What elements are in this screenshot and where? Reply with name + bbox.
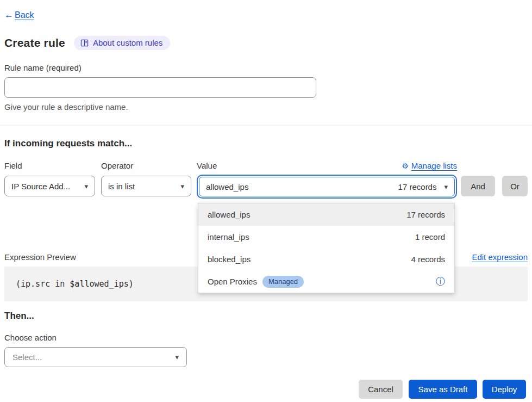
- cancel-button[interactable]: Cancel: [359, 380, 403, 399]
- list-item-allowed-ips[interactable]: allowed_ips 17 records: [198, 203, 454, 226]
- back-link[interactable]: Back: [15, 10, 34, 20]
- operator-column: Operator is in list ▾: [101, 161, 191, 196]
- then-heading: Then...: [4, 311, 528, 321]
- field-label: Field: [4, 161, 95, 170]
- list-item-blocked-ips[interactable]: blocked_ips 4 records: [198, 248, 454, 270]
- list-item-name: Open Proxies: [208, 277, 257, 286]
- list-item-name: internal_ips: [208, 232, 249, 242]
- manage-lists-label: Manage lists: [411, 161, 457, 170]
- back-row: ← Back: [4, 0, 528, 21]
- back-arrow-icon: ←: [4, 10, 14, 21]
- operator-select[interactable]: is in list ▾: [101, 176, 191, 196]
- chevron-down-icon: ▾: [175, 353, 179, 361]
- list-item-left: Open Proxies Managed: [208, 276, 304, 288]
- page-title: Create rule: [4, 36, 65, 50]
- deploy-button[interactable]: Deploy: [483, 380, 526, 399]
- list-item-name: blocked_ips: [208, 255, 251, 264]
- field-select-value: IP Source Add...: [11, 182, 80, 191]
- list-item-records: 4 records: [411, 255, 445, 264]
- value-column: Value ⚙ Manage lists allowed_ips 17 reco…: [197, 161, 457, 199]
- action-select[interactable]: Select... ▾: [4, 347, 187, 367]
- value-select[interactable]: allowed_ips 17 records ▾: [199, 177, 455, 196]
- value-label-row: Value ⚙ Manage lists: [197, 161, 457, 170]
- list-item-records: 1 record: [415, 232, 445, 242]
- and-button[interactable]: And: [461, 176, 495, 196]
- list-item-name: allowed_ips: [208, 210, 250, 219]
- create-rule-page: ← Back Create rule About custom rules Ru…: [0, 0, 532, 402]
- value-label: Value: [197, 161, 217, 170]
- field-column: Field IP Source Add... ▾: [4, 161, 95, 196]
- book-icon: [80, 39, 89, 47]
- value-select-wrap: allowed_ips 17 records ▾ allowed_ips 17 …: [197, 175, 457, 199]
- list-item-records: 17 records: [406, 210, 445, 219]
- chevron-down-icon: ▾: [180, 182, 184, 190]
- about-custom-rules-link[interactable]: About custom rules: [74, 36, 170, 50]
- section-divider: [0, 126, 532, 126]
- chevron-down-icon: ▾: [84, 182, 88, 190]
- value-select-records: 17 records: [398, 182, 437, 191]
- action-select-placeholder: Select...: [12, 352, 175, 362]
- operator-label: Operator: [101, 161, 191, 170]
- expression-preview-label: Expression Preview: [4, 252, 76, 262]
- value-select-value: allowed_ips: [206, 182, 398, 191]
- title-row: Create rule About custom rules: [4, 36, 528, 50]
- gear-icon: ⚙: [402, 162, 409, 170]
- operator-select-value: is in list: [108, 182, 176, 191]
- managed-badge: Managed: [262, 276, 304, 288]
- footer-actions: Cancel Save as Draft Deploy: [4, 380, 528, 399]
- field-select[interactable]: IP Source Add... ▾: [4, 176, 95, 196]
- chevron-down-icon: ▾: [444, 183, 448, 191]
- match-section-heading: If incoming requests match...: [4, 138, 528, 149]
- info-icon[interactable]: ⓘ: [436, 277, 445, 286]
- list-item-open-proxies[interactable]: Open Proxies Managed ⓘ: [198, 270, 454, 293]
- save-as-draft-button[interactable]: Save as Draft: [409, 380, 477, 399]
- list-dropdown-menu: allowed_ips 17 records internal_ips 1 re…: [198, 203, 455, 293]
- or-button[interactable]: Or: [502, 176, 528, 196]
- condition-row: Field IP Source Add... ▾ Operator is in …: [4, 161, 528, 199]
- list-item-internal-ips[interactable]: internal_ips 1 record: [198, 226, 454, 248]
- manage-lists-link[interactable]: ⚙ Manage lists: [402, 161, 457, 170]
- rule-name-input[interactable]: [4, 77, 316, 98]
- about-pill-label: About custom rules: [93, 38, 162, 47]
- choose-action-label: Choose action: [4, 333, 528, 342]
- value-focus-ring: allowed_ips 17 records ▾: [197, 175, 457, 199]
- rule-name-label: Rule name (required): [4, 63, 528, 72]
- expression-code: (ip.src in $allowed_ips): [16, 279, 134, 289]
- edit-expression-link[interactable]: Edit expression: [472, 252, 528, 262]
- rule-name-helper: Give your rule a descriptive name.: [4, 102, 528, 112]
